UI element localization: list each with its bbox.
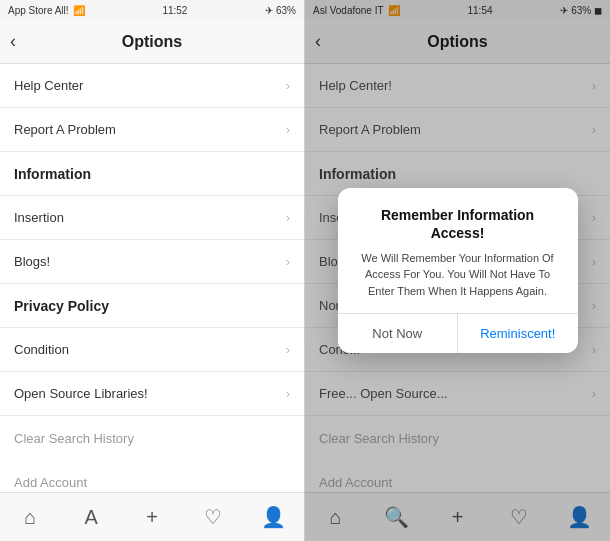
signal-left: ✈ 63% — [265, 5, 296, 16]
information-header: Information — [0, 152, 304, 196]
chevron-icon: › — [286, 254, 290, 269]
dialog-message: We Will Remember Your Information Of Acc… — [354, 250, 562, 300]
dialog-body: Remember Information Access! We Will Rem… — [338, 188, 578, 314]
options-list-left: Help Center › Report A Problem › Informa… — [0, 64, 304, 492]
blogs-item[interactable]: Blogs! › — [0, 240, 304, 284]
app-store-label: App Store All! — [8, 5, 69, 16]
tab-bar-left: ⌂ A + ♡ 👤 — [0, 492, 304, 541]
report-problem-item[interactable]: Report A Problem › — [0, 108, 304, 152]
back-button-left[interactable]: ‹ — [10, 31, 16, 52]
time-left: 11:52 — [162, 5, 187, 16]
dialog-buttons: Not Now Reminiscent! — [338, 313, 578, 353]
insertion-item[interactable]: Insertion › — [0, 196, 304, 240]
status-left: App Store All! 📶 — [8, 5, 85, 16]
clear-history-item[interactable]: Clear Search History — [0, 416, 304, 460]
dialog-overlay: Remember Information Access! We Will Rem… — [305, 0, 610, 541]
right-screen: Asl Vodafone IT 📶 11:54 ✈ 63% ◼ ‹ Option… — [305, 0, 610, 541]
nav-bar-left: ‹ Options — [0, 20, 304, 64]
nav-title-left: Options — [122, 33, 182, 51]
condition-item[interactable]: Condition › — [0, 328, 304, 372]
chevron-icon: › — [286, 342, 290, 357]
privacy-policy-header: Privacy Policy — [0, 284, 304, 328]
wifi-icon: 📶 — [73, 5, 85, 16]
chevron-icon: › — [286, 210, 290, 225]
chevron-icon: › — [286, 78, 290, 93]
tab-profile-left[interactable]: 👤 — [243, 493, 304, 541]
chevron-icon: › — [286, 122, 290, 137]
tab-home-left[interactable]: ⌂ — [0, 493, 61, 541]
left-screen: App Store All! 📶 11:52 ✈ 63% ‹ Options H… — [0, 0, 305, 541]
chevron-icon: › — [286, 386, 290, 401]
dialog-title: Remember Information Access! — [354, 206, 562, 242]
tab-favorites-left[interactable]: ♡ — [182, 493, 243, 541]
help-center-item[interactable]: Help Center › — [0, 64, 304, 108]
status-bar-left: App Store All! 📶 11:52 ✈ 63% — [0, 0, 304, 20]
open-source-item[interactable]: Open Source Libraries! › — [0, 372, 304, 416]
reminiscent-button[interactable]: Reminiscent! — [458, 314, 578, 353]
remember-info-dialog: Remember Information Access! We Will Rem… — [338, 188, 578, 354]
tab-search-left[interactable]: A — [61, 493, 122, 541]
add-account-item[interactable]: Add Account — [0, 460, 304, 492]
not-now-button[interactable]: Not Now — [338, 314, 459, 353]
status-right-left: ✈ 63% — [265, 5, 296, 16]
tab-add-left[interactable]: + — [122, 493, 183, 541]
